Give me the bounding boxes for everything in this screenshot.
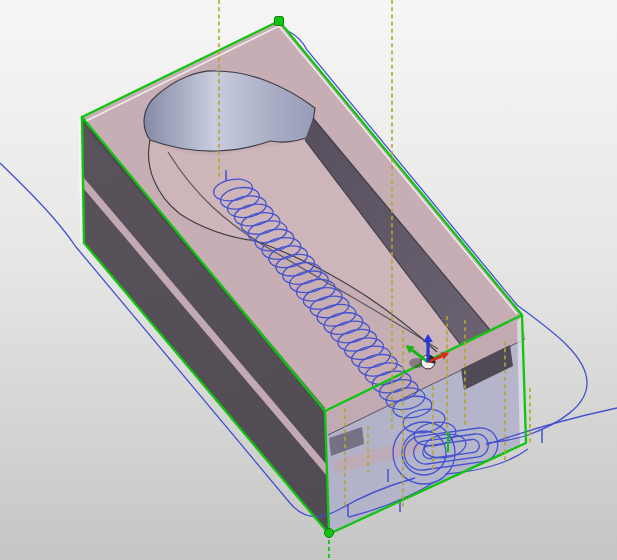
top-vertex	[275, 17, 284, 26]
viewport-3d[interactable]	[0, 0, 617, 560]
bottom-vertex	[325, 529, 334, 538]
cad-viewport[interactable]	[0, 0, 617, 560]
